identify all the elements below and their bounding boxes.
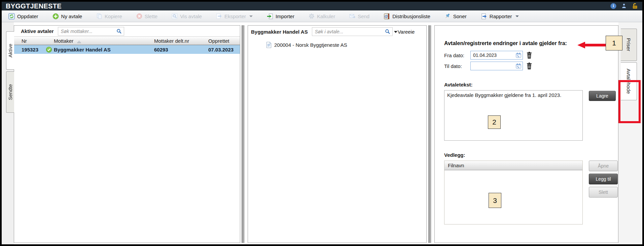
- fra-dato-row: Fra dato:: [444, 51, 618, 60]
- column-header-mottaker[interactable]: Mottaker: [54, 38, 154, 44]
- toolbar-button-eksporter: Eksporter: [213, 12, 256, 20]
- toolbar-label: Soner: [453, 13, 467, 19]
- cell-nr: 195323: [22, 47, 42, 52]
- clear-fra-dato-button[interactable]: [526, 51, 533, 59]
- add-icon: [52, 13, 59, 20]
- search-icon[interactable]: [116, 29, 122, 35]
- main-area: Aktive Sendte Aktive avtaler: [2, 22, 642, 244]
- pushpin-icon: [444, 13, 451, 20]
- calendar-icon[interactable]: [515, 52, 522, 60]
- avtaletekst-textarea[interactable]: Kjedeavtale Byggmakker gjeldene fra 1. a…: [444, 90, 583, 141]
- left-panel-header: Aktive avtaler: [14, 26, 240, 36]
- avtaletekst-label: Avtaletekst:: [444, 82, 618, 87]
- toolbar-button-vis-avtale: Vis avtale: [168, 12, 205, 20]
- toolbar: Oppdater Ny avtale Kopiere: [2, 10, 642, 22]
- active-agreements-panel: Aktive avtaler Nr Mottaker: [14, 25, 240, 243]
- toolbar-label: Vis avtale: [180, 13, 202, 19]
- title-bar: BYGGTJENESTE i: [2, 2, 642, 10]
- import-icon: [267, 13, 273, 20]
- toolbar-button-kopiere: Kopiere: [93, 12, 126, 20]
- copy-icon: [96, 13, 102, 19]
- gear-icon: [309, 13, 315, 19]
- user-icon[interactable]: [621, 3, 627, 9]
- panel-splitter[interactable]: [428, 25, 431, 243]
- tree-item-agreement[interactable]: 200004 - Norsk Byggtjeneste AS: [266, 42, 426, 48]
- toolbar-button-ny-avtale[interactable]: Ny avtale: [49, 12, 86, 21]
- attachments-list[interactable]: Filnavn: [444, 161, 583, 224]
- cell-delt-nr: 60293: [154, 47, 208, 52]
- panel-splitter[interactable]: [242, 25, 245, 243]
- toolbar-button-importer[interactable]: Importer: [263, 12, 298, 21]
- attachment-buttons: Åpne Legg til Slett: [589, 161, 618, 198]
- toolbar-label: Kalkuler: [317, 13, 335, 19]
- tab-aktive[interactable]: Aktive: [6, 31, 14, 70]
- clear-til-dato-button[interactable]: [526, 62, 533, 70]
- toolbar-label: Importer: [276, 13, 294, 19]
- tab-label: Priser: [626, 38, 632, 51]
- chevron-down-icon: [515, 15, 519, 17]
- agreement-details-panel: Avtalen/registrerte endringer i avtale g…: [434, 25, 618, 243]
- titlebar-icons: i: [610, 3, 638, 9]
- annotation-red-highlight: [618, 80, 641, 123]
- table-row[interactable]: 195323 Byggmakker Handel AS 60293 07.03.…: [14, 45, 240, 54]
- tab-priser[interactable]: Priser: [621, 29, 637, 61]
- toolbar-button-oppdater[interactable]: Oppdater: [5, 12, 42, 21]
- toolbar-button-rapporter[interactable]: Rapporter: [477, 12, 522, 21]
- export-icon: [216, 13, 222, 19]
- fra-dato-label: Fra dato:: [444, 52, 470, 58]
- til-dato-input[interactable]: [470, 62, 523, 70]
- annotation-arrow: [585, 44, 606, 46]
- search-options-caret-icon[interactable]: [394, 31, 397, 33]
- til-dato-label: Til dato:: [444, 63, 470, 69]
- search-icon[interactable]: [385, 29, 390, 36]
- app-title: BYGGTJENESTE: [6, 3, 62, 9]
- panel-title: Byggmakker Handel AS: [251, 29, 308, 35]
- cell-opprettet: 07.03.2023: [208, 47, 240, 52]
- column-header-nr[interactable]: Nr: [22, 38, 54, 44]
- toolbar-label: Slette: [145, 13, 157, 19]
- legg-til-button[interactable]: Legg til: [589, 174, 618, 184]
- agreement-search: [312, 27, 393, 36]
- address-book-icon: @: [384, 13, 390, 20]
- filnavn-column-header: Filnavn: [444, 161, 582, 170]
- fra-dato-picker: [470, 51, 523, 60]
- annotation-box-1: 1: [606, 36, 622, 50]
- app-window: BYGGTJENESTE i: [0, 0, 644, 246]
- svg-text:@: @: [385, 14, 388, 18]
- tab-sendte[interactable]: Sendte: [6, 71, 14, 113]
- column-header-label: Mottaker: [54, 38, 73, 44]
- search-input[interactable]: [58, 27, 124, 36]
- toolbar-label: Send: [358, 13, 369, 19]
- refresh-icon: [8, 13, 15, 20]
- fra-dato-input[interactable]: [470, 51, 523, 60]
- til-dato-picker: [470, 62, 523, 70]
- toolbar-button-soner[interactable]: Soner: [441, 12, 470, 21]
- tab-label: Sendte: [7, 84, 13, 100]
- toolbar-label: Ny avtale: [61, 13, 82, 19]
- view-icon: [172, 13, 178, 19]
- column-header-delt-nr[interactable]: Mottaker delt.nr: [154, 38, 208, 44]
- vareeier-label: Vareeie: [398, 29, 415, 35]
- toolbar-label: Eksporter: [224, 13, 246, 19]
- til-dato-row: Til dato:: [444, 62, 618, 70]
- tree-item-label: 200004 - Norsk Byggtjeneste AS: [274, 42, 347, 48]
- status-check-icon: [46, 46, 54, 53]
- calendar-icon[interactable]: [515, 63, 522, 70]
- lagre-button[interactable]: Lagre: [589, 91, 616, 101]
- toolbar-label: Oppdater: [17, 13, 38, 19]
- sort-ascending-icon: [77, 40, 81, 43]
- cell-mottaker: Byggmakker Handel AS: [54, 47, 154, 52]
- toolbar-button-kalkuler: Kalkuler: [305, 12, 338, 20]
- search-input[interactable]: [312, 27, 393, 36]
- tab-label: Aktive: [7, 44, 13, 58]
- chevron-down-icon: [249, 15, 253, 17]
- table-header: Nr Mottaker Mottaker delt.nr Opprettet: [14, 36, 240, 45]
- delete-icon: [136, 13, 142, 19]
- info-icon[interactable]: i: [610, 3, 616, 9]
- column-header-opprettet[interactable]: Opprettet: [208, 38, 240, 44]
- lock-icon[interactable]: [632, 3, 638, 9]
- toolbar-button-distribusjonsliste[interactable]: @ Distribusjonsliste: [380, 12, 434, 21]
- annotation-box-2: 2: [488, 115, 501, 129]
- annotation-box-3: 3: [489, 193, 501, 208]
- send-icon: [349, 13, 355, 19]
